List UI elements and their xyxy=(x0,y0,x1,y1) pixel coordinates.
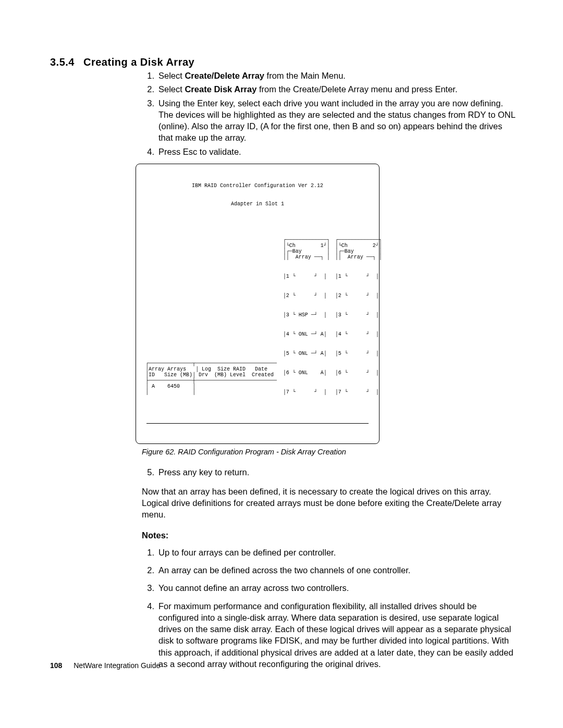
note-text: For maximum performance and configuratio… xyxy=(158,600,517,670)
notes-list: 1. Up to four arrays can be defined per … xyxy=(142,547,517,670)
note-item: 4. For maximum performance and configura… xyxy=(142,600,517,670)
step-marker: 1. xyxy=(142,70,158,81)
note-item: 3. You cannot define an array across two… xyxy=(142,582,517,594)
bay-row: │1 └ ┘ │ xyxy=(283,274,328,279)
bay-row: │6 └ ONL A│ xyxy=(283,370,328,376)
step-text: Select Create Disk Array from the Create… xyxy=(158,83,517,95)
step-text: Press any key to return. xyxy=(158,466,517,478)
step-item: 5. Press any key to return. xyxy=(142,466,517,478)
paragraph: Now that an array has been defined, it i… xyxy=(142,486,517,521)
array-table: ┌──────────────┬────────────────────────… xyxy=(145,352,277,406)
note-text: Up to four arrays can be defined per con… xyxy=(158,547,517,558)
step-marker: 5. xyxy=(142,466,158,478)
note-marker: 1. xyxy=(142,547,158,558)
figure-terminal: IBM RAID Controller Configuration Ver 2.… xyxy=(136,164,380,444)
notes-heading: Notes: xyxy=(142,529,517,541)
section-number: 3.5.4 xyxy=(50,56,75,68)
text: Select xyxy=(158,71,185,80)
step-item: 4. Press Esc to validate. xyxy=(142,146,517,157)
steps-list-continued: 5. Press any key to return. xyxy=(142,466,517,478)
note-text: You cannot define an array across two co… xyxy=(158,582,517,594)
terminal-columns: ┌──────────────┬────────────────────────… xyxy=(145,226,370,406)
note-item: 1. Up to four arrays can be defined per … xyxy=(142,547,517,558)
bay-row: │7 └ ┘ │ xyxy=(335,389,380,395)
array-header1: Array Arrays │ Log Size RAID Date xyxy=(149,366,267,372)
bay-row: │2 └ ┘ │ xyxy=(335,293,380,299)
step-marker: 4. xyxy=(142,146,158,157)
page-footer: 108 NetWare Integration Guide xyxy=(50,661,160,670)
note-item: 2. An array can be defined across the tw… xyxy=(142,564,517,576)
bay-row: │1 └ ┘ │ xyxy=(335,274,380,279)
array-header2: ID Size (MB)│ Drv (MB) Level Created xyxy=(149,372,274,378)
bay-row: │5 └ ONL ─┘ A│ xyxy=(283,351,328,356)
text: from the Main Menu. xyxy=(264,71,346,80)
note-text: An array can be defined across the two c… xyxy=(158,564,517,576)
note-marker: 2. xyxy=(142,564,158,576)
figure-inner: IBM RAID Controller Configuration Ver 2.… xyxy=(136,164,379,443)
figure-rule xyxy=(146,423,369,424)
channel-head: ┌─────────────┐ │└Ch 2┘│ │┌─Bay │ ││ Arr… xyxy=(335,237,380,260)
bay-row: │4 └ ONL ─┘ A│ xyxy=(283,331,328,337)
array-table-text: ┌──────────────┬────────────────────────… xyxy=(145,361,277,395)
bay-row: │3 └ HSP ─┘ │ xyxy=(283,312,328,318)
channels: ┌─────────────┐ │└Ch 1┘│ │┌─Bay │ ││ Arr… xyxy=(277,226,380,406)
channel-2: ┌─────────────┐ │└Ch 2┘│ │┌─Bay │ ││ Arr… xyxy=(335,226,380,406)
terminal-title: IBM RAID Controller Configuration Ver 2.… xyxy=(145,183,370,189)
channel-1: ┌─────────────┐ │└Ch 1┘│ │┌─Bay │ ││ Arr… xyxy=(283,226,328,406)
step-text: Select Create/Delete Array from the Main… xyxy=(158,70,517,81)
step-item: 2. Select Create Disk Array from the Cre… xyxy=(142,83,517,95)
bay-row: │7 └ ┘ │ xyxy=(283,389,328,395)
note-marker: 4. xyxy=(142,600,158,670)
bay-row: │5 └ ┘ │ xyxy=(335,351,380,356)
text: from the Create/Delete Array menu and pr… xyxy=(256,84,457,94)
bay-row: │3 └ ┘ │ xyxy=(335,312,380,318)
section-title: Creating a Disk Array xyxy=(83,56,194,68)
step-item: 3. Using the Enter key, select each driv… xyxy=(142,97,517,144)
book-title: NetWare Integration Guide xyxy=(74,661,160,670)
bay-row: │2 └ ┘ │ xyxy=(283,293,328,299)
array-row: A 6450 │ xyxy=(149,384,195,389)
step-marker: 3. xyxy=(142,97,158,144)
figure-caption: Figure 62. RAID Configuration Program - … xyxy=(142,447,517,458)
step-marker: 2. xyxy=(142,83,158,95)
channel-head: ┌─────────────┐ │└Ch 1┘│ │┌─Bay │ ││ Arr… xyxy=(283,237,328,260)
step-item: 1. Select Create/Delete Array from the M… xyxy=(142,70,517,81)
step-text: Press Esc to validate. xyxy=(158,146,517,157)
bay-row: │4 └ ┘ │ xyxy=(335,331,380,337)
page-number: 108 xyxy=(50,661,62,670)
terminal-subtitle: Adapter in Slot 1 xyxy=(145,201,370,207)
text: Select xyxy=(158,84,185,94)
bold-term: Create/Delete Array xyxy=(185,71,264,80)
content-block: 1. Select Create/Delete Array from the M… xyxy=(142,70,517,676)
bay-row: │6 └ ┘ │ xyxy=(335,370,380,376)
note-marker: 3. xyxy=(142,582,158,594)
bold-term: Create Disk Array xyxy=(185,84,256,94)
page: 3.5.4 Creating a Disk Array 1. Select Cr… xyxy=(0,0,563,728)
step-text: Using the Enter key, select each drive y… xyxy=(158,97,517,144)
steps-list: 1. Select Create/Delete Array from the M… xyxy=(142,70,517,157)
